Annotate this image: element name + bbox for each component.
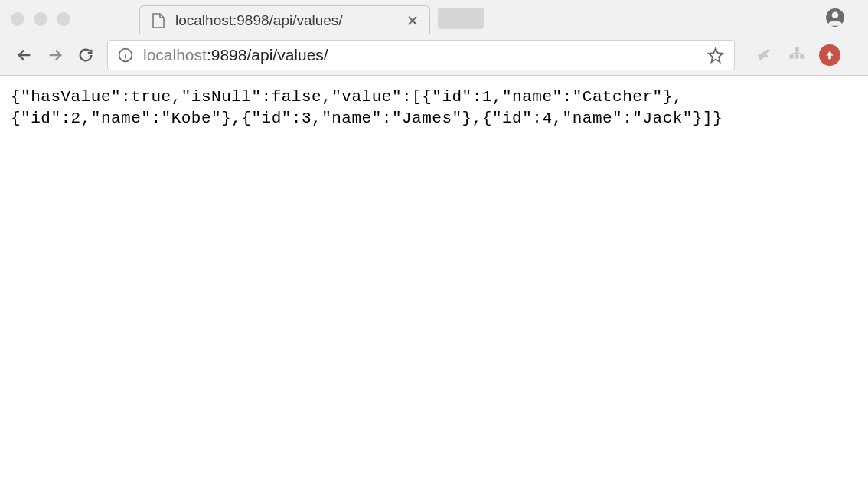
window-controls: [11, 12, 70, 26]
address-bar[interactable]: localhost:9898/api/values/: [107, 40, 735, 70]
new-tab-button[interactable]: [438, 8, 484, 29]
maximize-window-button[interactable]: [57, 12, 70, 26]
response-body: {"hasValue":true,"isNull":false,"value":…: [0, 76, 868, 141]
browser-chrome: localhost:9898/api/values/ localhost:989…: [0, 0, 868, 76]
svg-point-5: [795, 47, 799, 51]
tab-close-button[interactable]: [406, 15, 419, 27]
extension-bird-icon[interactable]: [755, 45, 775, 65]
browser-toolbar: localhost:9898/api/values/: [0, 34, 868, 75]
reload-button[interactable]: [77, 46, 95, 64]
svg-point-7: [795, 54, 799, 59]
extension-upload-icon[interactable]: [819, 44, 840, 66]
back-button[interactable]: [15, 46, 34, 64]
url-host: localhost: [143, 46, 207, 64]
extension-tree-icon[interactable]: [787, 45, 807, 65]
svg-point-8: [800, 54, 804, 59]
page-icon: [151, 13, 166, 28]
url-text: localhost:9898/api/values/: [143, 46, 697, 64]
forward-button[interactable]: [46, 46, 64, 64]
svg-point-1: [832, 11, 839, 18]
site-info-icon[interactable]: [117, 47, 134, 64]
minimize-window-button[interactable]: [34, 12, 47, 26]
url-path: :9898/api/values/: [207, 46, 328, 64]
close-window-button[interactable]: [11, 12, 24, 26]
extension-icons: [755, 44, 840, 66]
tab-title: localhost:9898/api/values/: [175, 12, 343, 29]
profile-icon[interactable]: [825, 8, 845, 28]
tab-bar: localhost:9898/api/values/: [0, 0, 868, 34]
bookmark-star-icon[interactable]: [706, 46, 725, 64]
svg-point-6: [789, 54, 794, 59]
browser-tab[interactable]: localhost:9898/api/values/: [139, 5, 430, 34]
